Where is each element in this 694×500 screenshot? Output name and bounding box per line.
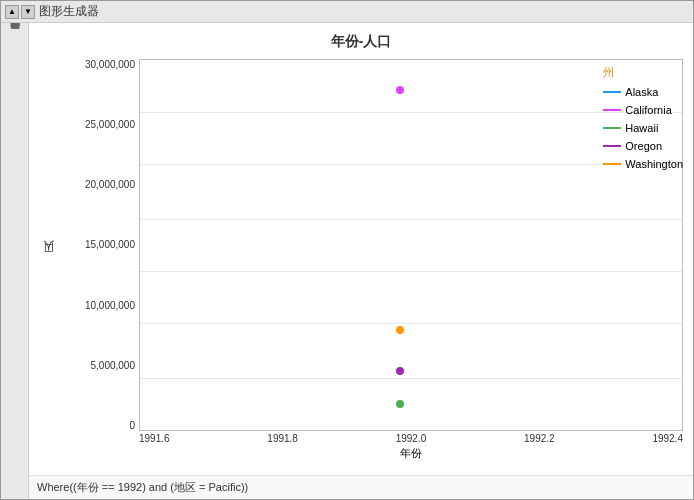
- legend-item-alaska: Alaska: [603, 83, 683, 101]
- minimize-button[interactable]: ▲: [5, 5, 19, 19]
- x-tick-3: 1992.0: [396, 433, 427, 444]
- legend-item-california: California: [603, 101, 683, 119]
- chart-title: 年份-人口: [39, 33, 683, 51]
- title-bar: ▲ ▼ 图形生成器: [1, 1, 693, 23]
- x-tick-1: 1991.6: [139, 433, 170, 444]
- content-area: 图形生成器数据格式选择 年份-人口 人口 30,000,000 25,000,0…: [1, 23, 693, 499]
- legend-item-washington: Washington: [603, 155, 683, 173]
- chart-area: 人口 30,000,000 25,000,000 20,000,000 15,0…: [39, 59, 683, 461]
- sidebar: 图形生成器数据格式选择: [1, 23, 29, 499]
- legend-item-oregon: Oregon: [603, 137, 683, 155]
- data-point-washington: [396, 326, 404, 334]
- data-point-hawaii: [396, 400, 404, 408]
- y-tick-3: 20,000,000: [85, 179, 135, 190]
- legend-label-california: California: [625, 101, 671, 119]
- legend-label-alaska: Alaska: [625, 83, 658, 101]
- y-axis-label: 人口: [39, 59, 57, 461]
- x-tick-4: 1992.2: [524, 433, 555, 444]
- grid-line-3: [140, 219, 682, 220]
- chart-container: 年份-人口 人口 30,000,000 25,000,000 20,000,00…: [29, 23, 693, 475]
- title-bar-controls: ▲ ▼: [5, 5, 35, 19]
- x-tick-2: 1991.8: [267, 433, 298, 444]
- y-tick-2: 25,000,000: [85, 119, 135, 130]
- legend-item-hawaii: Hawaii: [603, 119, 683, 137]
- footer-text: Where((年份 == 1992) and (地区 = Pacific)): [29, 475, 693, 499]
- data-point-oregon: [396, 367, 404, 375]
- x-axis-container: 1991.6 1991.8 1992.0 1992.2 1992.4: [139, 431, 683, 444]
- y-tick-1: 30,000,000: [85, 59, 135, 70]
- grid-line-5: [140, 323, 682, 324]
- alaska-line: [603, 91, 621, 93]
- legend-title: 州: [603, 63, 683, 81]
- washington-line: [603, 163, 621, 165]
- legend-label-washington: Washington: [625, 155, 683, 173]
- main-content: 年份-人口 人口 30,000,000 25,000,000 20,000,00…: [29, 23, 693, 499]
- hawaii-line: [603, 127, 621, 129]
- plot-and-yaxis: 30,000,000 25,000,000 20,000,000 15,000,…: [59, 59, 683, 431]
- y-tick-4: 15,000,000: [85, 239, 135, 250]
- plot-with-axes: 30,000,000 25,000,000 20,000,000 15,000,…: [59, 59, 683, 461]
- window-title: 图形生成器: [39, 3, 99, 20]
- y-tick-6: 5,000,000: [91, 360, 136, 371]
- y-axis-ticks: 30,000,000 25,000,000 20,000,000 15,000,…: [59, 59, 139, 431]
- y-tick-5: 10,000,000: [85, 300, 135, 311]
- grid-line-1: [140, 112, 682, 113]
- legend-label-hawaii: Hawaii: [625, 119, 658, 137]
- california-line: [603, 109, 621, 111]
- grid-line-4: [140, 271, 682, 272]
- main-window: ▲ ▼ 图形生成器 图形生成器数据格式选择 年份-人口 人口: [0, 0, 694, 500]
- y-tick-7: 0: [129, 420, 135, 431]
- legend-label-oregon: Oregon: [625, 137, 662, 155]
- x-tick-5: 1992.4: [652, 433, 683, 444]
- grid-line-2: [140, 164, 682, 165]
- legend: 州 Alaska California Hawaii: [603, 63, 683, 173]
- plot-frame: [139, 59, 683, 431]
- oregon-line: [603, 145, 621, 147]
- x-axis-label: 年份: [139, 446, 683, 461]
- x-axis-ticks: 1991.6 1991.8 1992.0 1992.2 1992.4: [139, 431, 683, 444]
- expand-button[interactable]: ▼: [21, 5, 35, 19]
- data-point-california: [396, 86, 404, 94]
- grid-line-6: [140, 378, 682, 379]
